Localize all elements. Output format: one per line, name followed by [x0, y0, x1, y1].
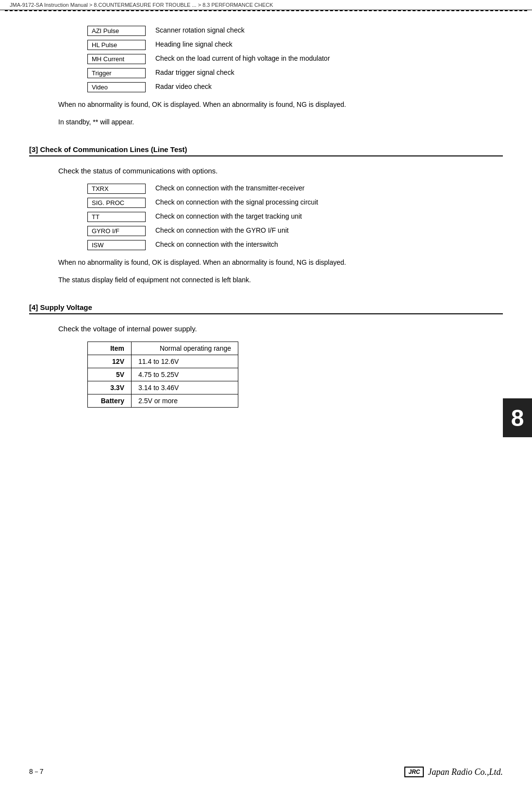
signal-row: GYRO I/FCheck on connection with the GYR…	[87, 226, 503, 236]
signal-label-box: Trigger	[87, 68, 146, 78]
table-cell-item: 12V	[88, 355, 132, 368]
signal-row: TTCheck on connection with the target tr…	[87, 212, 503, 222]
signal-desc: Scanner rotation signal check	[155, 26, 245, 35]
signal-row: HL PulseHeading line signal check	[87, 40, 503, 50]
signal-label-box: TT	[87, 212, 146, 222]
signal-label-box: Video	[87, 82, 146, 92]
section3-intro: Check the status of communications with …	[58, 165, 503, 177]
section3-items: TXRXCheck on connection with the transmi…	[87, 184, 503, 250]
table-row: 3.3V3.14 to 3.46V	[88, 381, 238, 394]
para-ok-ng-1: When no abnormality is found, OK is disp…	[58, 99, 422, 110]
company-name: Japan Radio Co.,Ltd.	[428, 767, 503, 777]
table-header-item: Item	[88, 342, 132, 355]
footer-logo: JRC Japan Radio Co.,Ltd.	[404, 767, 503, 777]
signal-row: TriggerRadar trigger signal check	[87, 68, 503, 78]
signal-label-box: TXRX	[87, 184, 146, 194]
section4-intro: Check the voltage of internal power supp…	[58, 323, 503, 335]
supply-voltage-table: Item Normal operating range 12V11.4 to 1…	[87, 342, 238, 408]
table-cell-item: 5V	[88, 368, 132, 381]
table-cell-range: 4.75 to 5.25V	[132, 368, 238, 381]
signal-row: ISWCheck on connection with the interswi…	[87, 240, 503, 250]
signal-label-box: MH Current	[87, 54, 146, 64]
signal-desc: Radar trigger signal check	[155, 68, 234, 78]
table-cell-item: Battery	[88, 394, 132, 407]
main-content: AZI PulseScanner rotation signal checkHL…	[0, 11, 532, 424]
section3-para2: The status display field of equipment no…	[58, 274, 422, 285]
page-number-tab: 8	[503, 398, 532, 437]
signal-desc: Check on connection with the transmitter…	[155, 184, 304, 193]
signal-row: MH CurrentCheck on the load current of h…	[87, 54, 503, 64]
footer-page-number: 8－7	[29, 768, 44, 776]
breadcrumb: JMA-9172-SA Instruction Manual > 8.COUNT…	[10, 2, 273, 8]
signal-desc: Check on connection with the interswitch	[155, 240, 278, 250]
table-header-range: Normal operating range	[132, 342, 238, 355]
para-standby: In standby, ** will appear.	[58, 117, 422, 127]
signal-row: VideoRadar video check	[87, 82, 503, 92]
page-header: JMA-9172-SA Instruction Manual > 8.COUNT…	[0, 0, 532, 10]
signal-row: SIG. PROCCheck on connection with the si…	[87, 198, 503, 208]
signal-label-box: HL Pulse	[87, 40, 146, 50]
table-row: 12V11.4 to 12.6V	[88, 355, 238, 368]
jrc-label: JRC	[404, 767, 424, 777]
signal-desc: Radar video check	[155, 82, 212, 92]
signal-label-box: SIG. PROC	[87, 198, 146, 208]
table-cell-item: 3.3V	[88, 381, 132, 394]
signal-row: TXRXCheck on connection with the transmi…	[87, 184, 503, 194]
section4-heading: [4] Supply Voltage	[29, 300, 503, 314]
section3-heading: [3] Check of Communication Lines (Line T…	[29, 142, 503, 156]
table-row: Battery2.5V or more	[88, 394, 238, 407]
signal-desc: Check on connection with the signal proc…	[155, 198, 318, 207]
table-cell-range: 2.5V or more	[132, 394, 238, 407]
signal-row: AZI PulseScanner rotation signal check	[87, 26, 503, 36]
signal-label-box: GYRO I/F	[87, 226, 146, 236]
table-cell-range: 3.14 to 3.46V	[132, 381, 238, 394]
signal-label-box: AZI Pulse	[87, 26, 146, 36]
table-cell-range: 11.4 to 12.6V	[132, 355, 238, 368]
table-row: 5V4.75 to 5.25V	[88, 368, 238, 381]
signal-desc: Heading line signal check	[155, 40, 233, 50]
page-footer: 8－7 JRC Japan Radio Co.,Ltd.	[0, 767, 532, 777]
signal-desc: Check on the load current of high voltag…	[155, 54, 330, 64]
signal-desc: Check on connection with the target trac…	[155, 212, 302, 222]
signal-items-top: AZI PulseScanner rotation signal checkHL…	[87, 26, 503, 92]
signal-desc: Check on connection with the GYRO I/F un…	[155, 226, 289, 236]
section3-para1: When no abnormality is found, OK is disp…	[58, 257, 422, 268]
signal-label-box: ISW	[87, 240, 146, 250]
